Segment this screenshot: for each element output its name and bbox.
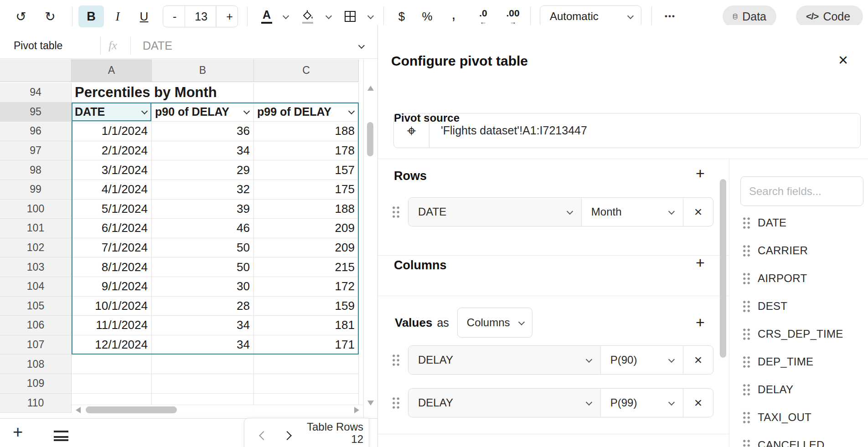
percent-format-button[interactable]: % — [418, 5, 436, 27]
cell-p90[interactable]: 29 — [152, 160, 254, 180]
cell-p90[interactable]: 46 — [152, 219, 254, 238]
row-header[interactable]: 99 — [0, 180, 72, 200]
cell-p99[interactable]: 181 — [254, 316, 359, 335]
cell-p99[interactable]: 209 — [254, 238, 359, 258]
scroll-left-arrow-icon[interactable] — [76, 407, 81, 413]
cell-p90[interactable]: 30 — [152, 277, 254, 297]
cell-date[interactable]: 3/1/2024 — [72, 160, 152, 180]
drag-handle-icon[interactable] — [392, 206, 400, 219]
cell[interactable] — [152, 355, 254, 374]
cell-p90[interactable]: 50 — [152, 238, 254, 258]
data-button[interactable]: Data — [723, 5, 776, 27]
cell-p90[interactable]: 50 — [152, 257, 254, 277]
text-color-button[interactable]: A — [256, 5, 277, 27]
row-bucket-select[interactable]: Month — [581, 198, 683, 226]
cell-date[interactable]: 8/1/2024 — [72, 257, 152, 277]
row-header[interactable]: 104 — [0, 277, 72, 297]
number-format-select[interactable]: Automatic — [540, 5, 641, 27]
cell-p90[interactable]: 28 — [152, 297, 254, 316]
cell-date[interactable]: 2/1/2024 — [72, 141, 152, 161]
cell-date[interactable]: 11/1/2024 — [72, 316, 152, 335]
drag-handle-icon[interactable] — [392, 354, 400, 367]
horizontal-scrollbar[interactable] — [72, 405, 363, 415]
cell-date[interactable]: 10/1/2024 — [72, 297, 152, 316]
increase-decimals-button[interactable]: .00→ — [503, 5, 523, 27]
crosshair-icon[interactable]: ⌖ — [394, 113, 429, 148]
cell-p90[interactable]: 36 — [152, 122, 254, 141]
borders-button[interactable] — [341, 5, 359, 27]
row-header[interactable]: 109 — [0, 374, 72, 394]
cell[interactable] — [152, 374, 254, 394]
cell-p99[interactable]: 159 — [254, 297, 359, 316]
pivot-source-field[interactable]: ⌖ 'Flights dataset'!A1:I7213447 — [393, 113, 861, 148]
cell-date[interactable]: 1/1/2024 — [72, 122, 152, 141]
drag-handle-icon[interactable] — [742, 355, 751, 369]
cell-date[interactable]: 4/1/2024 — [72, 180, 152, 200]
cell-p99[interactable]: 157 — [254, 160, 359, 180]
formula-bar-expand-button[interactable] — [358, 43, 365, 51]
add-column-field-button[interactable]: + — [693, 254, 707, 272]
row-header[interactable]: 107 — [0, 335, 72, 355]
column-menu-icon[interactable] — [243, 108, 250, 115]
field-list-item[interactable]: DATE — [742, 216, 843, 230]
fill-color-dropdown[interactable] — [325, 5, 333, 27]
cell[interactable] — [254, 355, 359, 374]
scroll-down-arrow-icon[interactable] — [367, 401, 374, 406]
value-field-select[interactable]: DELAY — [408, 389, 600, 417]
font-size-decrease-button[interactable]: - — [163, 6, 185, 27]
cell-p99[interactable]: 175 — [254, 180, 359, 200]
cell-p99[interactable]: 178 — [254, 141, 359, 161]
cell[interactable] — [254, 83, 359, 103]
drag-handle-icon[interactable] — [742, 216, 751, 230]
column-header-a[interactable]: A — [72, 59, 152, 82]
cell-p90[interactable]: 34 — [152, 316, 254, 335]
value-aggregation-select[interactable]: P(90) — [600, 346, 683, 374]
row-header[interactable]: 94 — [0, 83, 72, 103]
select-all-corner[interactable] — [0, 59, 72, 82]
next-table-button[interactable] — [284, 431, 293, 440]
add-value-field-button[interactable]: + — [693, 313, 707, 331]
borders-dropdown[interactable] — [367, 5, 375, 27]
scroll-up-arrow-icon[interactable] — [367, 86, 374, 91]
font-size-value[interactable]: 13 — [185, 6, 216, 27]
field-list-item[interactable]: CRS_DEP_TIME — [742, 327, 843, 341]
remove-row-field-button[interactable]: × — [683, 198, 713, 226]
field-list-item[interactable]: TAXI_OUT — [742, 411, 843, 424]
previous-table-button[interactable] — [258, 431, 267, 440]
drag-handle-icon[interactable] — [742, 244, 751, 257]
add-sheet-button[interactable]: + — [13, 418, 23, 447]
p99-header-cell[interactable]: p99 of DELAY — [254, 103, 359, 122]
cell-p90[interactable]: 32 — [152, 180, 254, 200]
more-options-button[interactable]: ••• — [660, 5, 680, 27]
row-header[interactable]: 106 — [0, 316, 72, 335]
row-header[interactable]: 95 — [0, 103, 72, 122]
code-button[interactable]: </> Code — [796, 5, 863, 27]
currency-format-button[interactable]: $ — [393, 5, 410, 27]
bold-button[interactable]: B — [78, 5, 104, 27]
column-header-c[interactable]: C — [254, 59, 359, 82]
value-aggregation-select[interactable]: P(99) — [600, 389, 683, 417]
text-color-dropdown[interactable] — [282, 5, 290, 27]
remove-value-field-button[interactable]: × — [683, 346, 713, 374]
table-title-cell[interactable]: Percentiles by Month — [72, 83, 254, 103]
drag-handle-icon[interactable] — [742, 328, 751, 341]
italic-button[interactable]: I — [105, 5, 130, 27]
cell-date[interactable]: 5/1/2024 — [72, 200, 152, 219]
formula-input[interactable]: DATE — [143, 33, 172, 58]
row-field-select[interactable]: DATE — [408, 198, 581, 226]
field-list-item[interactable]: CARRIER — [742, 244, 843, 257]
p90-header-cell[interactable]: p90 of DELAY — [152, 103, 254, 122]
underline-button[interactable]: U — [131, 5, 157, 27]
cell[interactable] — [72, 374, 152, 394]
cell-p90[interactable]: 34 — [152, 141, 254, 161]
cell-p99[interactable]: 209 — [254, 219, 359, 238]
row-header[interactable]: 105 — [0, 297, 72, 316]
column-menu-icon[interactable] — [348, 108, 355, 115]
field-list-item[interactable]: CANCELLED — [742, 438, 843, 447]
sheet-menu-button[interactable] — [54, 431, 68, 441]
column-header-b[interactable]: B — [152, 59, 254, 82]
cell-p99[interactable]: 188 — [254, 200, 359, 219]
vertical-scrollbar[interactable] — [363, 59, 377, 418]
decrease-decimals-button[interactable]: .0← — [474, 5, 492, 27]
drag-handle-icon[interactable] — [392, 396, 400, 410]
